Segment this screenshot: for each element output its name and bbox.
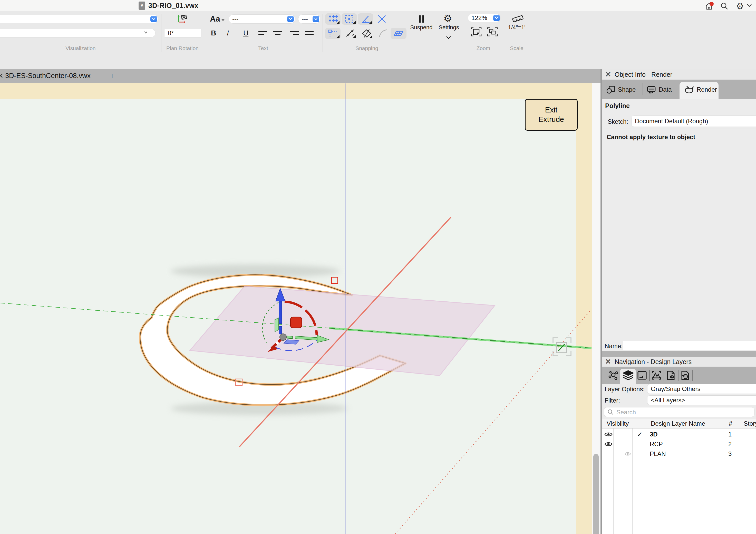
gear-icon[interactable]: ⚙ (736, 1, 744, 11)
tab-saved-views[interactable] (651, 370, 662, 381)
visualization-dropdown-2[interactable] (0, 29, 155, 38)
align-justify-icon[interactable] (304, 31, 314, 39)
layer-row-plan[interactable]: PLAN 3 (602, 449, 756, 459)
text-style-button[interactable]: Aa (210, 14, 225, 24)
layer-options-dropdown[interactable]: Gray/Snap Others (647, 384, 756, 394)
align-right-icon[interactable] (289, 31, 299, 39)
close-icon[interactable]: ✕ (605, 69, 611, 80)
home-icon[interactable] (705, 2, 714, 11)
visibility-eye-icon[interactable] (604, 432, 612, 437)
snap-to-tangent-button[interactable] (377, 28, 389, 39)
underline-button[interactable]: U (243, 29, 248, 37)
group-label-plan-rotation: Plan Rotation (161, 45, 204, 51)
close-icon[interactable]: ✕ (605, 357, 611, 367)
chevron-down-icon[interactable] (493, 14, 500, 21)
tab-render[interactable]: Render (684, 85, 717, 94)
gizmo-origin-sphere[interactable] (280, 334, 286, 340)
shape-icon (606, 85, 615, 94)
column-visibility[interactable]: Visibility (607, 419, 629, 428)
layer-row-3d[interactable]: ✓ 3D 1 (602, 430, 756, 439)
tab-separator (103, 72, 103, 80)
search-input[interactable] (616, 408, 750, 417)
align-center-icon[interactable] (273, 31, 283, 39)
layer-number: 2 (728, 439, 732, 449)
suspend-button[interactable]: Suspend (409, 24, 434, 31)
smart-edge-button[interactable] (360, 28, 373, 39)
plan-rotation-angle-field[interactable]: 0° (164, 29, 202, 38)
tab-viewports[interactable] (637, 370, 647, 381)
tab-data[interactable]: Data (646, 85, 672, 94)
column-divider (648, 420, 648, 427)
zoom-level-dropdown[interactable]: 122% (468, 14, 501, 22)
column-number[interactable]: # (729, 419, 732, 428)
chevron-down-icon[interactable] (144, 29, 148, 34)
settings-button[interactable]: Settings (437, 24, 460, 31)
visibility-eye-icon[interactable] (604, 441, 612, 447)
tab-references[interactable] (680, 370, 690, 381)
group-label-text: Text (204, 45, 323, 51)
fit-to-page-icon[interactable] (471, 27, 482, 38)
page-margin-top (0, 83, 592, 99)
scrollbar-thumb[interactable] (593, 454, 599, 534)
canvas-vertical-scrollbar[interactable] (592, 83, 601, 534)
chevron-down-icon[interactable] (287, 16, 294, 22)
search-icon[interactable] (720, 2, 729, 11)
separator (692, 370, 693, 381)
sketch-value: Document Default (Rough) (631, 116, 756, 127)
layer-name[interactable]: RCP (650, 439, 663, 449)
italic-button[interactable]: I (227, 29, 229, 37)
layer-search-box[interactable] (604, 407, 754, 417)
chevron-down-icon[interactable] (150, 16, 157, 22)
scale-value[interactable]: 1/4"=1' (503, 24, 531, 31)
snap-to-object-button[interactable] (341, 14, 357, 25)
name-input[interactable] (623, 341, 756, 350)
document-tab[interactable]: 3D-ES-SouthCenter-08.vwx (5, 69, 91, 83)
settings-chevron-down-icon[interactable] (446, 36, 452, 41)
snap-to-intersection-button[interactable] (374, 14, 390, 25)
texture-message: Cannot apply texture to object (607, 133, 695, 141)
plan-rotation-angle-value: 0° (164, 29, 202, 38)
filter-dropdown[interactable]: <All Layers> (647, 395, 756, 405)
tab-close-icon[interactable]: ✕ (0, 69, 3, 83)
exit-extrude-button[interactable]: Exit Extrude (525, 99, 578, 131)
navigation-title: Navigation - Design Layers (615, 357, 691, 367)
fit-to-objects-icon[interactable] (487, 27, 499, 38)
separator (649, 370, 650, 381)
visibility-gray-eye-icon[interactable] (624, 452, 631, 456)
font-size-dropdown[interactable]: --- (298, 14, 320, 24)
column-story[interactable]: Story (744, 419, 756, 428)
chevron-down-icon[interactable] (312, 16, 319, 22)
new-tab-button[interactable]: + (110, 69, 115, 83)
layer-row-rcp[interactable]: RCP 2 (602, 439, 756, 449)
snap-to-distance-button[interactable] (325, 28, 340, 39)
tab-sheet-layers[interactable] (665, 370, 676, 381)
suspend-pause-icon[interactable] (417, 15, 426, 24)
layer-options-value: Gray/Snap Others (647, 384, 756, 394)
layer-number: 1 (728, 430, 732, 439)
tab-classes[interactable] (608, 370, 618, 381)
bold-button[interactable]: B (211, 29, 216, 37)
snap-to-working-plane-button[interactable] (391, 28, 407, 39)
window-title: 3D-RIO_01.vwx (148, 0, 198, 11)
drawing-canvas[interactable]: Exit Extrude (0, 83, 592, 534)
gizmo-center-handle-red[interactable] (290, 317, 302, 328)
flyout-indicator (337, 21, 339, 24)
visualization-dropdown-1[interactable] (0, 14, 158, 23)
layer-name[interactable]: 3D (650, 430, 658, 439)
object-info-header: ✕ Object Info - Render (602, 69, 756, 80)
settings-gear-icon[interactable]: ⚙ (444, 13, 452, 24)
right-panel: ✕ Object Info - Render Shape Data Render… (601, 69, 756, 534)
font-dropdown[interactable]: --- (229, 14, 295, 24)
gizmo-plane-handle-green[interactable] (275, 318, 279, 332)
tab-shape[interactable]: Shape (606, 85, 635, 94)
tab-design-layers[interactable] (622, 370, 634, 382)
snap-to-grid-button[interactable] (325, 14, 340, 25)
snap-to-angle-button[interactable] (358, 14, 373, 25)
titlebar-chevron-down-icon[interactable] (746, 3, 752, 9)
smart-points-button[interactable] (343, 28, 357, 39)
sketch-dropdown[interactable]: Document Default (Rough) (631, 116, 756, 127)
object-type-label: Polyline (605, 102, 630, 110)
layer-name[interactable]: PLAN (650, 449, 666, 459)
align-left-icon[interactable] (258, 31, 268, 39)
column-design-layer-name[interactable]: Design Layer Name (651, 419, 705, 428)
